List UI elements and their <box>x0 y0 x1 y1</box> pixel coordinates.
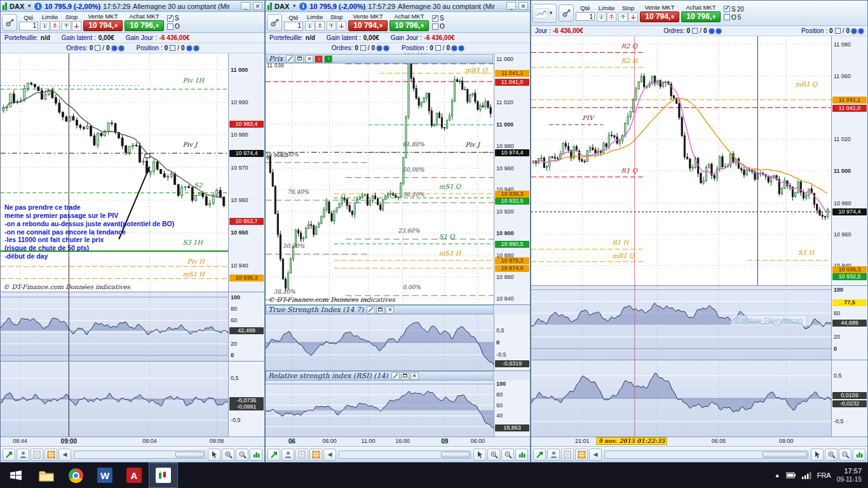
info-icon[interactable]: i <box>299 3 307 10</box>
pane-close-icon[interactable]: ✕ <box>386 306 394 314</box>
buy-limit-button[interactable] <box>597 12 606 22</box>
sell-market-button[interactable]: 10 794,9 <box>348 20 388 31</box>
zoom-out-icon[interactable] <box>839 449 851 461</box>
info-icon[interactable]: i <box>34 3 42 10</box>
chart-plot-area[interactable]: R2 QR2 HmR1 QPIVR1 QR1 HmR1 QS1 H <box>531 36 831 285</box>
price-chart[interactable]: Piv 1HPiv JS2S3 1HPiv HmS1 H 11 00010 99… <box>1 53 264 292</box>
buy-marker-icon[interactable] <box>533 449 546 461</box>
cursor-icon[interactable] <box>811 449 824 461</box>
tsi-indicator[interactable]: 10080604020077,544,689 Capture Plein écr… <box>531 286 867 360</box>
price-axis[interactable]: 11 06011 04011 02011 00010 98010 96010 9… <box>494 53 530 304</box>
scroll-left-button[interactable]: ◀ <box>58 449 71 461</box>
chevron-down-icon[interactable]: ▼ <box>27 3 32 9</box>
orders-gear-icon-2[interactable] <box>119 46 124 51</box>
position-list-icon[interactable] <box>170 45 175 51</box>
tsi-indicator[interactable]: 0,50-0,5-0,6319 <box>266 315 530 370</box>
buy-limit-button[interactable] <box>40 21 50 30</box>
position-gear-icon-2[interactable] <box>858 29 864 34</box>
orders-gear-icon-2[interactable] <box>716 29 721 34</box>
pane-window-icon[interactable] <box>401 372 409 380</box>
sell-stop-button[interactable] <box>628 12 638 22</box>
symbol-name[interactable]: DAX <box>275 3 289 10</box>
time-axis[interactable]: 0606:0011:0016:000906:00▲▲ <box>266 437 530 446</box>
language-indicator[interactable]: FRA <box>817 471 831 479</box>
user-icon[interactable] <box>17 449 29 461</box>
network-icon[interactable] <box>802 472 811 479</box>
pane-settings-icon[interactable] <box>391 372 400 380</box>
pane-settings-icon[interactable] <box>367 306 375 314</box>
o-checkbox[interactable] <box>167 24 173 30</box>
sell-market-button[interactable]: 10 794,9 <box>640 11 679 22</box>
pane-window-icon[interactable] <box>376 306 384 314</box>
s-quantity[interactable]: 20 <box>737 6 744 13</box>
rsi-indicator[interactable]: 1008060402018,863 <box>266 381 530 437</box>
buy-stop-button[interactable] <box>62 21 71 30</box>
zoom-in-icon[interactable] <box>825 449 837 461</box>
zoom-in-icon[interactable] <box>487 449 500 461</box>
price-chart[interactable]: Prix ✕ ↓ ↑ mR1 QPiv JmS1 QS1 QmS1 H100,0… <box>266 53 530 304</box>
window-titlebar[interactable]: DAX ▼ i 10 795,9 (-2,00%) 17:57:29 Allem… <box>266 1 530 12</box>
order-book-icon[interactable] <box>31 449 43 461</box>
buy-stop-button[interactable] <box>618 12 628 22</box>
sell-limit-button[interactable] <box>607 12 616 22</box>
orders-list-icon[interactable] <box>95 45 100 51</box>
trading-app-icon[interactable] <box>149 463 178 488</box>
order-book-icon[interactable] <box>295 449 308 461</box>
cursor-icon[interactable] <box>473 449 486 461</box>
order-book-icon[interactable] <box>561 449 574 461</box>
s-checkbox[interactable] <box>432 15 438 22</box>
pane-settings-icon[interactable] <box>286 55 294 63</box>
orders-list-icon[interactable] <box>360 45 366 51</box>
table-icon[interactable] <box>309 449 322 461</box>
orders-gear-icon-2[interactable] <box>384 46 389 51</box>
chevron-down-icon[interactable]: ▼ <box>292 3 297 9</box>
window-titlebar[interactable]: DAX ▼ i 10 795,9 (-2,00%) 17:57:29 Allem… <box>1 1 264 12</box>
buy-marker-icon[interactable] <box>268 449 280 461</box>
chrome-icon[interactable] <box>61 463 90 488</box>
close-button[interactable]: ✕ <box>519 2 528 10</box>
indicator-plot[interactable] <box>531 360 831 437</box>
indicator-axis[interactable]: 10080604020077,544,689 <box>831 286 867 360</box>
user-icon[interactable] <box>547 449 560 461</box>
explorer-icon[interactable] <box>32 463 61 488</box>
price-axis[interactable]: 11 08011 06011 02011 00010 98010 96010 9… <box>831 36 867 285</box>
rsi-indicator[interactable]: 0,5-0,50,0159-0,0232 <box>531 360 867 437</box>
indicator-plot[interactable] <box>1 292 228 361</box>
position-list-icon[interactable] <box>835 28 841 34</box>
indicator-axis[interactable]: 10080604020042,499 <box>228 292 264 361</box>
start-button[interactable] <box>0 463 32 488</box>
position-gear-icon-2[interactable] <box>194 46 199 51</box>
scrollbar-thumb[interactable] <box>441 452 470 458</box>
battery-icon[interactable] <box>786 472 796 478</box>
s-checkbox[interactable] <box>724 6 730 12</box>
table-icon[interactable] <box>575 449 588 461</box>
sell-limit-button[interactable] <box>315 21 325 30</box>
position-gear-icon[interactable] <box>851 29 857 34</box>
hidden-icons-chevron[interactable]: ▲ <box>775 472 780 478</box>
buy-marker-icon[interactable] <box>3 449 15 461</box>
symbol-name[interactable]: DAX <box>10 3 24 10</box>
price-axis[interactable]: 11 00010 99010 98010 97010 96010 95010 9… <box>228 53 264 292</box>
quantity-input[interactable] <box>19 22 38 30</box>
indicator-axis[interactable]: 0,50-0,5-0,6319 <box>494 315 530 370</box>
o-quantity[interactable]: 5 <box>738 14 742 21</box>
time-axis[interactable]: 08:4409:0009:0409:08 <box>1 437 264 446</box>
pane-close-icon[interactable]: ✕ <box>410 372 419 380</box>
pane-window-icon[interactable] <box>295 55 304 63</box>
acrobat-icon[interactable]: A <box>119 463 149 488</box>
quantity-input[interactable] <box>576 12 595 21</box>
indicator-axis[interactable]: 0,5-0,50,0159-0,0232 <box>831 360 867 437</box>
pane-close-icon[interactable]: ✕ <box>305 55 313 63</box>
clock[interactable]: 17:57 09-11-15 <box>837 467 862 484</box>
buy-market-button[interactable]: 10 796,9 <box>125 20 164 31</box>
user-icon[interactable] <box>281 449 294 461</box>
indicator-axis[interactable]: 0,50-0,5-0,0736-0,0991 <box>228 362 264 437</box>
zoom-out-icon[interactable] <box>501 449 514 461</box>
orders-settings-gear-icon[interactable] <box>112 46 117 51</box>
sell-stop-button[interactable] <box>337 21 346 30</box>
tsi-window-header[interactable]: True Strength Index (14 7) ✕ <box>266 305 494 315</box>
cursor-icon[interactable] <box>208 449 220 461</box>
rsi-indicator[interactable]: 0,50-0,5-0,0736-0,0991 <box>1 362 264 437</box>
s-checkbox[interactable] <box>167 15 173 22</box>
time-axis[interactable]: 21:0106:0509:009 nov. 2015 01:22:35 <box>531 437 867 446</box>
